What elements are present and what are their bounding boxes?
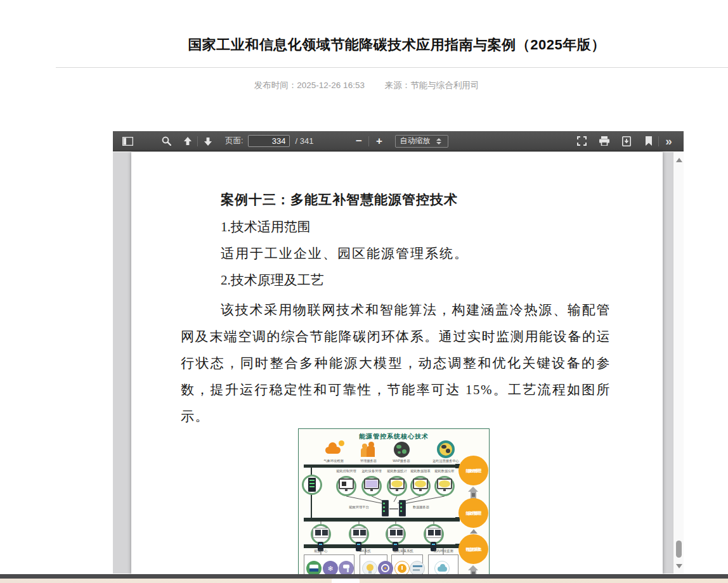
presentation-mode-button[interactable] bbox=[573, 133, 590, 149]
up-triangle bbox=[470, 529, 478, 534]
toolbar-separator bbox=[197, 136, 198, 146]
up-arrow bbox=[471, 570, 476, 574]
bus-bar bbox=[304, 518, 458, 522]
plus-icon: + bbox=[376, 136, 382, 146]
fullscreen-icon bbox=[577, 136, 587, 146]
spinner-icon bbox=[436, 138, 441, 144]
publish-time: 发布时间：2025-12-26 16:53 bbox=[254, 80, 365, 90]
minus-icon: − bbox=[356, 136, 362, 146]
figure-title: 能源管控系统核心技术 bbox=[299, 432, 489, 441]
scope-line: 适用于工业企业、园区能源管理系统。 bbox=[221, 245, 469, 262]
scroll-up-arrow-icon[interactable] bbox=[676, 158, 682, 162]
source-label: 来源：节能与综合利用司 bbox=[385, 80, 479, 90]
header-divider bbox=[56, 67, 728, 68]
page-label: 页面: bbox=[225, 136, 243, 146]
figure-node-label: WAP服务器 bbox=[383, 459, 419, 463]
figure-node-label: 远程运营服务中心 bbox=[427, 459, 464, 463]
scroll-down-arrow-icon[interactable] bbox=[676, 564, 682, 568]
zoom-out-button[interactable]: − bbox=[350, 133, 367, 149]
search-icon bbox=[162, 136, 171, 146]
arrow-down-icon bbox=[204, 137, 212, 146]
dual-screen-icon bbox=[313, 528, 329, 538]
process-flow-figure: 能源管控系统核心技术 气象环境检测 管理服务器 WAP服务器 bbox=[298, 428, 490, 574]
meter-panel-icon bbox=[410, 561, 425, 574]
group-label: BA系统 bbox=[347, 549, 383, 553]
page-total: / 341 bbox=[295, 136, 313, 146]
pdf-viewer: 页面: / 341 − + 自动缩放 bbox=[113, 131, 684, 573]
footer-chip bbox=[332, 579, 360, 583]
arrow-up-icon bbox=[183, 137, 192, 146]
toolbar-separator bbox=[658, 136, 659, 146]
admin-server-icon bbox=[361, 443, 377, 457]
viewer-canvas: 案例十三：多能互补智慧能源管控技术 1.技术适用范围 适用于工业企业、园区能源管… bbox=[113, 152, 684, 573]
sidebar-toggle-button[interactable] bbox=[119, 133, 136, 149]
platform-label: 数据服务器 bbox=[403, 505, 439, 509]
next-page-button[interactable] bbox=[199, 133, 216, 149]
chiller-icon bbox=[306, 561, 322, 574]
footer-strip bbox=[0, 579, 728, 583]
monitor-icon bbox=[339, 478, 354, 489]
toolbar-separator bbox=[368, 136, 369, 146]
pdf-page: 案例十三：多能互补智慧能源管控技术 1.技术适用范围 适用于工业企业、园区能源管… bbox=[131, 152, 663, 574]
bus-bar bbox=[304, 464, 458, 468]
cloud-sensor-icon bbox=[434, 561, 450, 574]
section-2: 2.技术原理及工艺 bbox=[221, 271, 324, 289]
download-button[interactable] bbox=[618, 133, 635, 149]
wap-server-icon bbox=[394, 442, 410, 458]
more-tools-button[interactable]: » bbox=[660, 133, 677, 149]
search-button[interactable] bbox=[158, 133, 175, 149]
bookmark-icon bbox=[645, 136, 653, 146]
monitor-icon bbox=[437, 478, 452, 489]
chevron-double-right-icon: » bbox=[665, 135, 672, 147]
zoom-value: 自动缩放 bbox=[400, 136, 430, 146]
remote-operation-center-icon bbox=[437, 440, 455, 458]
monitor-icon bbox=[413, 478, 428, 489]
lightbulb-icon bbox=[362, 561, 377, 574]
article-meta: 发布时间：2025-12-26 16:53 来源：节能与综合利用司 bbox=[56, 80, 677, 91]
case-heading: 案例十三：多能互补智慧能源管控技术 bbox=[221, 191, 458, 208]
timer-icon bbox=[394, 561, 410, 574]
print-button[interactable] bbox=[595, 133, 613, 149]
figure-node-label: 管理服务器 bbox=[350, 459, 386, 463]
snowflake-icon: ❄ bbox=[323, 561, 338, 574]
figure-node-label: 能耗数据分析 bbox=[426, 469, 462, 473]
group-label: 室内环境监测 bbox=[425, 549, 461, 553]
viewer-scrollbar[interactable] bbox=[673, 152, 684, 573]
monitor-icon bbox=[389, 478, 405, 489]
pdf-toolbar: 页面: / 341 − + 自动缩放 bbox=[113, 131, 684, 151]
zoom-in-button[interactable]: + bbox=[370, 133, 387, 149]
server-tower-icon bbox=[382, 500, 389, 516]
print-icon bbox=[599, 136, 609, 146]
monitor-icon bbox=[364, 478, 379, 489]
group-label: 能耗采集系统 bbox=[385, 549, 421, 553]
server-rack-node bbox=[302, 475, 322, 495]
body-paragraph: 该技术采用物联网技术和智能算法，构建涵盖冷热源、输配管网及末端空调的综合节能降碳… bbox=[181, 297, 611, 430]
download-icon bbox=[622, 136, 631, 146]
gauge-icon bbox=[378, 561, 393, 574]
layer-badge-application: 能效管理应用层 bbox=[458, 498, 488, 528]
page-number-input[interactable] bbox=[248, 135, 290, 147]
zoom-select[interactable]: 自动缩放 bbox=[395, 135, 448, 148]
bookmark-button[interactable] bbox=[640, 133, 657, 149]
page-title: 国家工业和信息化领域节能降碳技术应用指南与案例（2025年版） bbox=[56, 35, 728, 54]
faucet-icon bbox=[339, 561, 354, 574]
dual-screen-icon bbox=[426, 528, 442, 538]
sidebar-toggle-icon bbox=[122, 137, 133, 146]
dual-screen-icon bbox=[351, 528, 367, 538]
weather-monitor-icon bbox=[325, 447, 341, 454]
figure-node-label: 气象环境检测 bbox=[315, 459, 351, 463]
scrollbar-thumb[interactable] bbox=[676, 541, 682, 558]
section-1: 1.技术适用范围 bbox=[221, 218, 311, 236]
layer-badge-service: 能效管理服务层 bbox=[458, 456, 488, 485]
dual-screen-icon bbox=[387, 528, 404, 538]
layer-badge-data-acquisition: 数据采集监控层 bbox=[458, 534, 488, 564]
platform-label: 能效管理平台 bbox=[341, 505, 377, 509]
previous-page-button[interactable] bbox=[179, 133, 196, 149]
group-label: 能源中心 bbox=[302, 549, 339, 553]
footer-divider-bar bbox=[0, 574, 728, 579]
